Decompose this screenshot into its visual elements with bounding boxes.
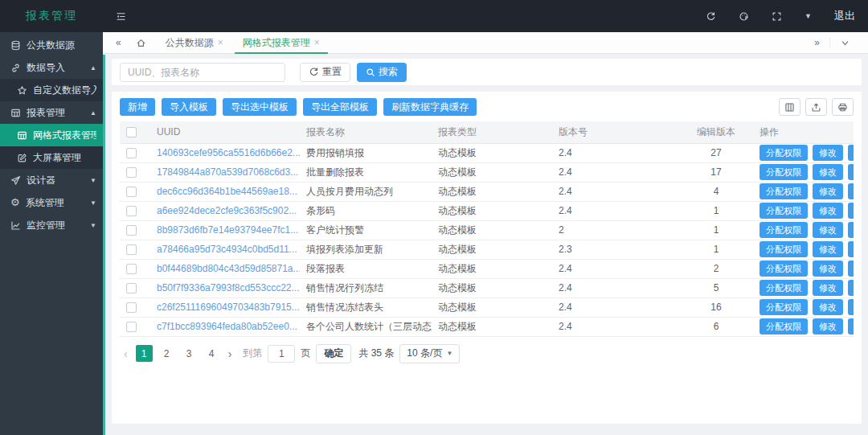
tabs-collapse-left-icon[interactable]: « (111, 37, 126, 48)
uuid-link[interactable]: c7f1bcc893964feda80ab52ee0... (157, 321, 297, 332)
send-icon (10, 175, 21, 186)
assign-permission-button[interactable]: 分配权限 (760, 145, 808, 161)
row-checkbox[interactable] (126, 187, 137, 197)
row-checkbox[interactable] (126, 225, 137, 236)
modify-button[interactable]: 修改 (813, 261, 843, 277)
search-input[interactable] (120, 63, 285, 82)
home-icon[interactable] (131, 38, 151, 48)
tabs-scroll-right-icon[interactable]: » (805, 37, 829, 48)
uuid-link[interactable]: dec6cc96d364b1be44569ae18... (157, 186, 297, 197)
sidebar-item-报表管理[interactable]: 报表管理▲ (0, 101, 103, 124)
delete-button[interactable]: 删除 (848, 164, 854, 180)
goto-confirm-button[interactable]: 确定 (316, 344, 351, 363)
modify-button[interactable]: 修改 (813, 145, 843, 161)
modify-button[interactable]: 修改 (813, 164, 843, 180)
uuid-link[interactable]: 140693cefe956ca5516d6b66e2... (157, 147, 300, 158)
add-button[interactable]: 新增 (120, 98, 155, 116)
modify-button[interactable]: 修改 (813, 222, 843, 238)
export-icon-button[interactable] (805, 98, 827, 116)
assign-permission-button[interactable]: 分配权限 (760, 183, 808, 199)
assign-permission-button[interactable]: 分配权限 (760, 261, 808, 277)
export-selected-button[interactable]: 导出选中模板 (223, 98, 297, 116)
delete-button[interactable]: 删除 (848, 318, 854, 334)
uuid-link[interactable]: 8b9873d6fb7e14e93794ee7fc1... (157, 224, 298, 236)
modify-button[interactable]: 修改 (813, 183, 843, 199)
print-icon-button[interactable] (832, 98, 854, 116)
row-checkbox[interactable] (126, 167, 137, 178)
prev-page-icon[interactable]: ‹ (121, 347, 130, 360)
select-all-checkbox[interactable] (126, 127, 137, 137)
refresh-dict-cache-button[interactable]: 刷新数据字典缓存 (383, 98, 477, 116)
sidebar-item-网格式报表管理[interactable]: 网格式报表管理 (0, 124, 103, 146)
assign-permission-button[interactable]: 分配权限 (760, 280, 808, 296)
sidebar-item-自定义数据导入[interactable]: 自定义数据导入 (0, 79, 103, 101)
delete-button[interactable]: 删除 (848, 145, 854, 161)
refresh-icon[interactable] (706, 11, 716, 22)
assign-permission-button[interactable]: 分配权限 (760, 241, 808, 257)
sidebar-item-设计器[interactable]: 设计器▼ (0, 169, 103, 191)
goto-page-suffix: 页 (301, 347, 310, 360)
uuid-link[interactable]: a6ee924dece2cfe9c363f5c902... (157, 205, 297, 216)
assign-permission-button[interactable]: 分配权限 (760, 299, 808, 315)
uuid-link[interactable]: b0f44689bd804c43d59d85871a... (157, 263, 300, 274)
search-button[interactable]: 搜索 (357, 63, 407, 82)
modify-button[interactable]: 修改 (813, 203, 843, 219)
goto-page-input[interactable] (268, 345, 295, 363)
delete-button[interactable]: 删除 (848, 299, 854, 315)
close-icon[interactable]: × (314, 37, 320, 48)
uuid-link[interactable]: b50f7f9336a7993f8cd553ccc22... (157, 282, 299, 293)
logout-button[interactable]: 退出 (834, 9, 855, 23)
sidebar-item-label: 系统管理 (26, 196, 64, 210)
page-button-3[interactable]: 3 (181, 345, 198, 362)
row-checkbox[interactable] (126, 283, 137, 293)
modify-button[interactable]: 修改 (813, 318, 843, 334)
assign-permission-button[interactable]: 分配权限 (760, 203, 808, 219)
sidebar-fold-icon[interactable] (116, 11, 126, 22)
import-template-button[interactable]: 导入模板 (162, 98, 216, 116)
sidebar-item-公共数据源[interactable]: 公共数据源 (0, 34, 103, 56)
delete-button[interactable]: 删除 (848, 241, 854, 257)
delete-button[interactable]: 删除 (848, 222, 854, 238)
caret-down-icon[interactable]: ▼ (805, 12, 812, 20)
delete-button[interactable]: 删除 (848, 203, 854, 219)
uuid-link[interactable]: c26f25111696049703483b7915... (157, 302, 300, 313)
close-icon[interactable]: × (218, 37, 223, 48)
assign-permission-button[interactable]: 分配权限 (760, 222, 808, 238)
assign-permission-button[interactable]: 分配权限 (760, 164, 808, 180)
tab-网格式报表管理[interactable]: 网格式报表管理× (233, 32, 330, 54)
toolbar: 新增导入模板导出选中模板导出全部模板刷新数据字典缓存 (120, 98, 854, 116)
page-button-2[interactable]: 2 (158, 345, 175, 362)
next-page-icon[interactable]: › (226, 347, 235, 360)
reset-button-label: 重置 (322, 65, 342, 79)
sidebar-item-大屏幕管理[interactable]: 大屏幕管理 (0, 146, 103, 169)
reset-button[interactable]: 重置 (300, 63, 350, 82)
export-all-button[interactable]: 导出全部模板 (303, 98, 377, 116)
tab-公共数据源[interactable]: 公共数据源× (156, 32, 233, 54)
page-button-1[interactable]: 1 (136, 345, 153, 362)
edit-version-cell: 1 (679, 201, 753, 220)
row-checkbox[interactable] (126, 244, 137, 255)
assign-permission-button[interactable]: 分配权限 (760, 318, 808, 334)
row-checkbox[interactable] (126, 264, 137, 274)
delete-button[interactable]: 删除 (848, 280, 854, 296)
modify-button[interactable]: 修改 (813, 241, 843, 257)
page-size-select[interactable]: 10 条/页 ▼ (399, 344, 460, 363)
modify-button[interactable]: 修改 (813, 299, 843, 315)
row-checkbox[interactable] (126, 206, 137, 216)
row-checkbox[interactable] (126, 148, 137, 158)
tabs-menu-chevron-icon[interactable] (829, 38, 860, 48)
fullscreen-icon[interactable] (772, 11, 782, 22)
uuid-link[interactable]: 17849844a870a539d7068c6d3... (157, 166, 298, 178)
sidebar-item-数据导入[interactable]: 数据导入▲ (0, 56, 103, 79)
modify-button[interactable]: 修改 (813, 280, 843, 296)
uuid-link[interactable]: a78466a95d73c4934c0bd5d11... (157, 244, 297, 255)
sidebar-item-监控管理[interactable]: 监控管理▼ (0, 214, 103, 236)
delete-button[interactable]: 删除 (848, 183, 854, 199)
delete-button[interactable]: 删除 (848, 261, 854, 277)
columns-icon-button[interactable] (779, 98, 800, 116)
row-checkbox[interactable] (126, 302, 137, 313)
page-button-4[interactable]: 4 (203, 345, 220, 362)
sidebar-item-系统管理[interactable]: ⚙系统管理▼ (0, 191, 103, 214)
row-checkbox[interactable] (126, 322, 137, 332)
theme-icon[interactable] (739, 11, 749, 22)
